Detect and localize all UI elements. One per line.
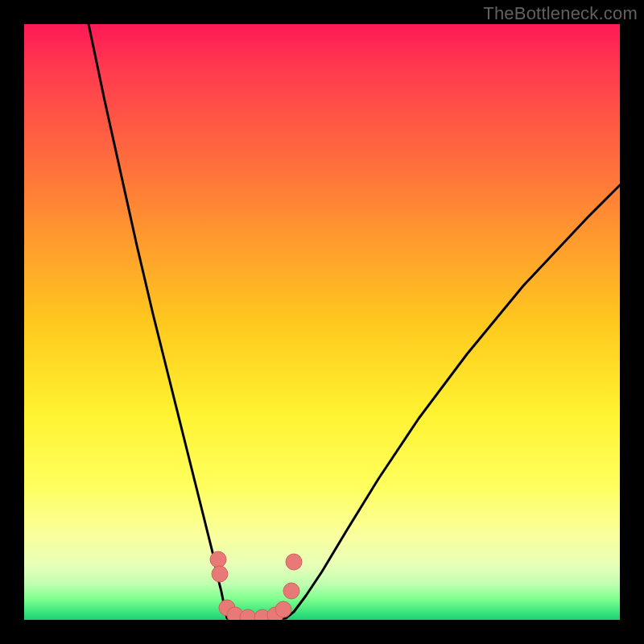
bottleneck-curve (89, 24, 620, 620)
plot-area (24, 24, 620, 620)
curve-svg (24, 24, 620, 620)
svg-point-9 (286, 554, 302, 570)
valley-markers (210, 551, 302, 620)
svg-point-8 (283, 583, 299, 599)
outer-frame: TheBottleneck.com (0, 0, 644, 644)
svg-point-1 (212, 566, 228, 582)
svg-point-7 (275, 601, 291, 617)
watermark-text: TheBottleneck.com (483, 3, 638, 24)
svg-point-0 (210, 551, 226, 568)
